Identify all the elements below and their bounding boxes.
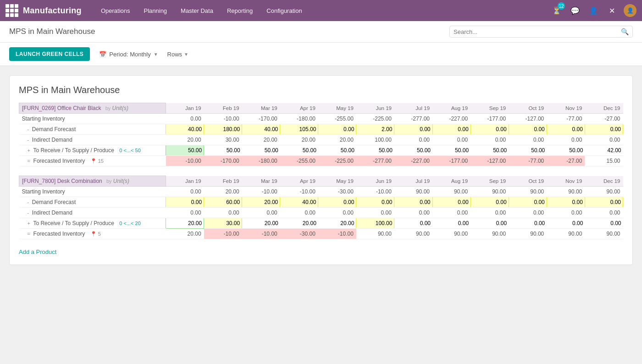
brand-name: Manufacturing: [23, 6, 82, 16]
cell: -225.00: [318, 156, 356, 166]
editable-cell[interactable]: [242, 145, 280, 156]
editable-cell[interactable]: [470, 124, 509, 135]
cell: 0.00: [242, 208, 280, 218]
editable-cell[interactable]: [432, 197, 470, 208]
cell: 0.00: [509, 135, 547, 145]
editable-cell[interactable]: [280, 145, 318, 156]
mps-section-title: MPS in Main Warehouse: [19, 85, 623, 95]
editable-cell[interactable]: [356, 145, 394, 156]
rows-label: Rows: [167, 51, 183, 58]
nav-reporting[interactable]: Reporting: [221, 5, 258, 17]
editable-cell[interactable]: [166, 218, 204, 229]
editable-cell[interactable]: [394, 218, 432, 229]
editable-cell[interactable]: [166, 145, 204, 156]
month-1-6: Jun 19: [356, 103, 394, 114]
editable-cell[interactable]: [394, 124, 432, 135]
product-2-unit: Unit(s): [113, 178, 129, 184]
month-1-1: Jan 19: [166, 103, 204, 114]
editable-cell[interactable]: [509, 145, 547, 156]
editable-cell[interactable]: [470, 145, 509, 156]
editable-cell[interactable]: [547, 218, 585, 229]
cell: 0.00: [432, 135, 470, 145]
editable-cell[interactable]: [585, 124, 623, 135]
product-1-table: [FURN_0269] Office Chair Black by Unit(s…: [19, 103, 623, 166]
cell: -177.00: [470, 114, 509, 124]
editable-cell[interactable]: [318, 145, 356, 156]
user-avatar[interactable]: 👤: [624, 4, 636, 17]
month-1-4: Apr 19: [280, 103, 318, 114]
editable-cell[interactable]: [509, 124, 547, 135]
period-control[interactable]: 📅 Period: Monthly ▼: [99, 51, 158, 58]
add-product-link[interactable]: Add a Product: [19, 248, 56, 255]
editable-cell[interactable]: [432, 145, 470, 156]
editable-cell[interactable]: [509, 197, 547, 208]
editable-cell[interactable]: [204, 145, 242, 156]
period-label: Period: Monthly: [109, 51, 150, 58]
cell: 90.00: [585, 229, 623, 239]
chat-icon[interactable]: 💬: [569, 4, 581, 17]
table-row: + To Receive / To Supply / Produce 0 <..…: [19, 145, 623, 156]
rows-control[interactable]: Rows ▼: [167, 51, 188, 58]
editable-cell[interactable]: [318, 197, 356, 208]
editable-cell[interactable]: [585, 218, 623, 229]
editable-cell[interactable]: [242, 124, 280, 135]
editable-cell[interactable]: [242, 197, 280, 208]
badge-count: 12: [558, 2, 565, 10]
editable-cell[interactable]: [204, 124, 242, 135]
month-2-5: May 19: [318, 176, 356, 187]
editable-cell[interactable]: [432, 124, 470, 135]
clock-icon[interactable]: ⏳ 12: [550, 4, 563, 17]
editable-cell[interactable]: [509, 218, 547, 229]
editable-cell[interactable]: [318, 124, 356, 135]
users-icon[interactable]: 👤: [587, 4, 600, 17]
editable-cell[interactable]: [470, 218, 509, 229]
cell: 90.00: [432, 229, 470, 239]
month-2-3: Mar 19: [242, 176, 280, 187]
nav-master-data[interactable]: Master Data: [175, 5, 219, 17]
editable-cell[interactable]: [204, 218, 242, 229]
editable-cell[interactable]: [318, 218, 356, 229]
product-2-link[interactable]: [FURN_7800] Desk Combination: [22, 178, 102, 184]
editable-cell[interactable]: [242, 218, 280, 229]
editable-cell[interactable]: [470, 197, 509, 208]
nav-operations[interactable]: Operations: [95, 5, 136, 17]
cell: 0.00: [394, 208, 432, 218]
editable-cell[interactable]: [280, 218, 318, 229]
product-section-1: [FURN_0269] Office Chair Black by Unit(s…: [19, 103, 623, 166]
search-input[interactable]: [454, 28, 621, 35]
cell: -10.00: [204, 114, 242, 124]
editable-cell[interactable]: [280, 197, 318, 208]
editable-cell[interactable]: [585, 145, 623, 156]
close-icon[interactable]: ✕: [605, 4, 618, 17]
editable-cell[interactable]: [394, 145, 432, 156]
month-1-9: Sep 19: [470, 103, 509, 114]
month-2-4: Apr 19: [280, 176, 318, 187]
editable-cell[interactable]: [280, 124, 318, 135]
editable-cell[interactable]: [547, 145, 585, 156]
cell: 0.00: [470, 208, 509, 218]
row-label: - Demand Forecast: [19, 197, 166, 208]
editable-cell[interactable]: [356, 124, 394, 135]
launch-green-cells-button[interactable]: LAUNCH GREEN CELLS: [9, 47, 90, 61]
row-label: - Indirect Demand: [19, 135, 166, 145]
editable-cell[interactable]: [166, 197, 204, 208]
table-row: Starting Inventory 0.00 20.00 -10.00 -10…: [19, 187, 623, 197]
product-1-link[interactable]: [FURN_0269] Office Chair Black: [22, 105, 101, 111]
cell: 20.00: [280, 135, 318, 145]
editable-cell[interactable]: [356, 218, 394, 229]
editable-cell[interactable]: [547, 124, 585, 135]
editable-cell[interactable]: [356, 197, 394, 208]
editable-cell[interactable]: [394, 197, 432, 208]
grid-menu-icon[interactable]: [6, 4, 18, 17]
editable-cell[interactable]: [204, 197, 242, 208]
editable-cell[interactable]: [547, 197, 585, 208]
editable-cell[interactable]: [432, 218, 470, 229]
cell: -10.00: [280, 187, 318, 197]
editable-cell[interactable]: [585, 197, 623, 208]
month-2-11: Nov 19: [547, 176, 585, 187]
nav-configuration[interactable]: Configuration: [261, 5, 307, 17]
nav-planning[interactable]: Planning: [138, 5, 173, 17]
cell: -10.00: [242, 229, 280, 239]
top-navbar: Manufacturing Operations Planning Master…: [0, 0, 642, 21]
editable-cell[interactable]: [166, 124, 204, 135]
